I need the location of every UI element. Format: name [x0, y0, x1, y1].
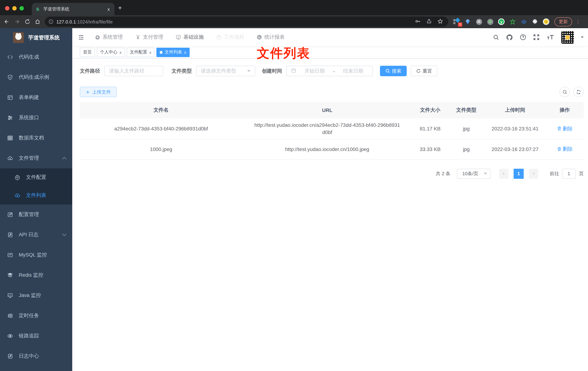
- sidebar-item-system-api[interactable]: 系统接口: [0, 108, 72, 128]
- sidebar-item-api-log[interactable]: API 日志: [0, 225, 72, 245]
- sidebar-item-code-generation[interactable]: 代码生成: [0, 47, 72, 67]
- refresh-table-button[interactable]: [573, 87, 584, 97]
- top-menu-payment-management[interactable]: 支付管理: [135, 34, 163, 41]
- forward-icon[interactable]: [14, 19, 20, 25]
- eye-icon: [7, 333, 13, 339]
- sidebar-item-form-builder[interactable]: 表单构建: [0, 87, 72, 108]
- fullscreen-icon[interactable]: [533, 34, 540, 41]
- sidebar-item-java-monitor[interactable]: Java 监控: [0, 285, 72, 306]
- goto-page-input[interactable]: 1: [562, 169, 576, 179]
- goto-label: 前往: [550, 170, 559, 177]
- log-icon: [7, 232, 13, 238]
- sidebar-item-file-list[interactable]: 文件列表: [0, 186, 72, 204]
- tag-tab[interactable]: 文件配置 x: [126, 47, 155, 57]
- tab-favicon-icon: [35, 7, 41, 11]
- current-page-button[interactable]: 1: [514, 169, 524, 179]
- top-menu-infrastructure[interactable]: 基础设施: [176, 34, 204, 41]
- tag-tab[interactable]: 文件列表 x: [156, 47, 189, 57]
- close-window-button[interactable]: [5, 6, 9, 11]
- page-size-select[interactable]: 10条/页: [457, 169, 491, 179]
- tag-close-icon[interactable]: x: [120, 50, 122, 54]
- avatar[interactable]: [561, 31, 574, 43]
- github-icon[interactable]: [506, 34, 513, 41]
- sidebar-item-file-management[interactable]: 文件管理: [0, 148, 72, 168]
- create-time-label: 创建时间: [262, 68, 282, 74]
- tag-tab[interactable]: 首页: [80, 47, 95, 57]
- sidebar-item-scheduled-task[interactable]: 定时任务: [0, 306, 72, 326]
- extensions-bar: 11 ⌘ y: [453, 18, 549, 25]
- extension-eye-icon[interactable]: [520, 18, 527, 25]
- extension-recorder-icon[interactable]: [487, 18, 493, 25]
- browser-update-button[interactable]: 更新: [554, 17, 572, 26]
- window-controls: [5, 6, 24, 11]
- share-icon[interactable]: [427, 18, 432, 25]
- url-bar[interactable]: 127.0.0.1:1024/infra/file/file: [45, 17, 448, 27]
- avatar-caret-down-icon[interactable]: [581, 36, 584, 39]
- sidebar-item-code-generation-example[interactable]: 代码生成示例: [0, 67, 72, 87]
- sidebar-item-tracing[interactable]: 链路追踪: [0, 326, 72, 346]
- site-info-icon[interactable]: [48, 19, 53, 24]
- sidebar-item-file-config[interactable]: 文件配置: [0, 168, 72, 186]
- reload-icon[interactable]: [25, 19, 30, 25]
- top-menu-workflow[interactable]: 工作流程: [216, 34, 244, 41]
- sidebar-logo[interactable]: 芋道管理系统: [0, 28, 72, 47]
- delete-button[interactable]: 删除: [557, 145, 573, 153]
- tag-close-icon[interactable]: x: [184, 50, 186, 54]
- collapse-sidebar-icon[interactable]: [78, 34, 84, 40]
- extension-command-icon[interactable]: ⌘: [476, 18, 482, 25]
- show-search-toggle-button[interactable]: [559, 87, 570, 97]
- sidebar-item-label: API 日志: [19, 232, 39, 238]
- file-table: 文件名URL文件大小文件类型上传时间操作 a294ecb2-73dd-4353-…: [80, 102, 584, 159]
- form-icon: [7, 95, 13, 100]
- search-icon[interactable]: [493, 34, 499, 40]
- font-size-icon[interactable]: [546, 34, 554, 41]
- upload-file-button[interactable]: 上传文件: [80, 87, 117, 97]
- new-tab-button[interactable]: +: [118, 5, 122, 11]
- extension-gem-icon[interactable]: [464, 18, 471, 25]
- file-type-select[interactable]: 请选择文件类型: [196, 66, 255, 76]
- extension-emoji-icon[interactable]: [543, 18, 549, 25]
- extension-y-icon[interactable]: y: [498, 18, 504, 25]
- delete-button[interactable]: 删除: [557, 125, 573, 132]
- browser-nav-buttons: [4, 19, 41, 25]
- yen-icon: [135, 34, 141, 40]
- browser-menu-icon[interactable]: ⋮: [576, 20, 580, 23]
- cell-file-size: 81.17 KB: [412, 118, 448, 139]
- sidebar-item-mysql-monitor[interactable]: MySQL 监控: [0, 245, 72, 265]
- extension-puzzle-icon[interactable]: [532, 18, 538, 25]
- briefcase-icon: [216, 34, 222, 40]
- back-icon[interactable]: [4, 19, 10, 25]
- extension-pinned-icon[interactable]: 11: [453, 18, 460, 25]
- help-icon[interactable]: [520, 34, 526, 41]
- minimize-window-button[interactable]: [12, 6, 17, 11]
- sidebar-item-log-center[interactable]: 日志中心: [0, 346, 72, 366]
- sidebar-item-db-doc[interactable]: 数据库文档: [0, 128, 72, 148]
- extension-star-icon[interactable]: [509, 18, 516, 25]
- tab-close-icon[interactable]: x: [106, 6, 111, 12]
- extension-badge: 11: [458, 22, 462, 27]
- date-range-input[interactable]: 开始日期 - 结束日期: [286, 66, 373, 76]
- bookmark-star-icon[interactable]: [437, 18, 443, 25]
- tag-tab[interactable]: 个人中心 x: [97, 47, 125, 57]
- sidebar-item-redis-monitor[interactable]: Redis 监控: [0, 265, 72, 285]
- prev-page-button[interactable]: [499, 169, 509, 179]
- file-path-input[interactable]: 请输入文件路径: [104, 66, 163, 76]
- date-end-placeholder[interactable]: 结束日期: [338, 68, 368, 74]
- page-content: 文件路径 请输入文件路径 文件类型 请选择文件类型 创建时间 开始日期 - 结束…: [72, 59, 588, 371]
- maximize-window-button[interactable]: [20, 6, 24, 11]
- next-page-button[interactable]: [529, 169, 538, 179]
- search-button[interactable]: 搜索: [380, 66, 407, 76]
- top-menu-statistics-report[interactable]: 统计报表: [256, 34, 285, 41]
- sidebar-item-label: Redis 监控: [19, 272, 43, 278]
- url-path: :1024/infra/file/file: [76, 19, 113, 24]
- sidebar-item-label: Java 监控: [19, 292, 41, 299]
- sidebar-item-config-management[interactable]: 配置管理: [0, 204, 72, 225]
- password-key-icon[interactable]: [415, 18, 421, 25]
- top-menu-system-management[interactable]: 系统管理: [95, 34, 123, 41]
- reset-button[interactable]: 重置: [411, 66, 437, 76]
- date-start-placeholder[interactable]: 开始日期: [300, 68, 329, 74]
- browser-tab[interactable]: 芋道管理系统 x: [32, 3, 115, 15]
- cell-file-size: 33.33 KB: [412, 139, 448, 159]
- home-icon[interactable]: [35, 19, 41, 25]
- tag-close-icon[interactable]: x: [149, 50, 151, 54]
